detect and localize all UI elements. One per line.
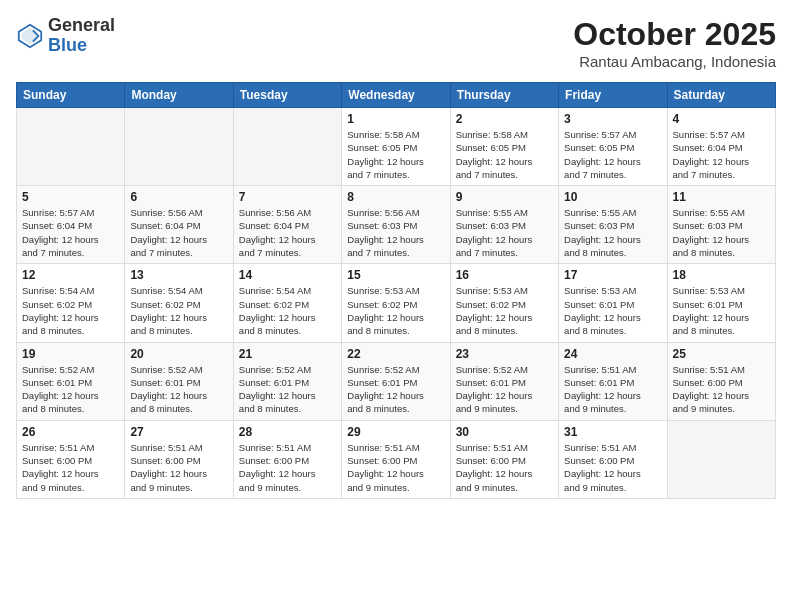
day-header-monday: Monday [125,83,233,108]
calendar-table: SundayMondayTuesdayWednesdayThursdayFrid… [16,82,776,499]
day-number: 30 [456,425,553,439]
day-number: 18 [673,268,770,282]
day-number: 23 [456,347,553,361]
calendar-cell: 11Sunrise: 5:55 AM Sunset: 6:03 PM Dayli… [667,186,775,264]
day-number: 5 [22,190,119,204]
calendar-cell: 22Sunrise: 5:52 AM Sunset: 6:01 PM Dayli… [342,342,450,420]
calendar-cell: 12Sunrise: 5:54 AM Sunset: 6:02 PM Dayli… [17,264,125,342]
day-number: 1 [347,112,444,126]
day-number: 7 [239,190,336,204]
calendar-subtitle: Rantau Ambacang, Indonesia [573,53,776,70]
day-info: Sunrise: 5:52 AM Sunset: 6:01 PM Dayligh… [22,363,119,416]
day-header-thursday: Thursday [450,83,558,108]
calendar-cell: 3Sunrise: 5:57 AM Sunset: 6:05 PM Daylig… [559,108,667,186]
day-info: Sunrise: 5:52 AM Sunset: 6:01 PM Dayligh… [456,363,553,416]
day-info: Sunrise: 5:51 AM Sunset: 6:00 PM Dayligh… [673,363,770,416]
calendar-cell: 14Sunrise: 5:54 AM Sunset: 6:02 PM Dayli… [233,264,341,342]
day-header-friday: Friday [559,83,667,108]
calendar-cell: 28Sunrise: 5:51 AM Sunset: 6:00 PM Dayli… [233,420,341,498]
day-number: 20 [130,347,227,361]
day-number: 3 [564,112,661,126]
day-number: 27 [130,425,227,439]
calendar-cell: 31Sunrise: 5:51 AM Sunset: 6:00 PM Dayli… [559,420,667,498]
calendar-cell: 6Sunrise: 5:56 AM Sunset: 6:04 PM Daylig… [125,186,233,264]
day-header-sunday: Sunday [17,83,125,108]
day-info: Sunrise: 5:51 AM Sunset: 6:01 PM Dayligh… [564,363,661,416]
calendar-cell: 13Sunrise: 5:54 AM Sunset: 6:02 PM Dayli… [125,264,233,342]
calendar-cell: 19Sunrise: 5:52 AM Sunset: 6:01 PM Dayli… [17,342,125,420]
calendar-cell: 23Sunrise: 5:52 AM Sunset: 6:01 PM Dayli… [450,342,558,420]
calendar-week-row: 1Sunrise: 5:58 AM Sunset: 6:05 PM Daylig… [17,108,776,186]
day-number: 29 [347,425,444,439]
day-info: Sunrise: 5:55 AM Sunset: 6:03 PM Dayligh… [456,206,553,259]
day-info: Sunrise: 5:51 AM Sunset: 6:00 PM Dayligh… [239,441,336,494]
day-number: 26 [22,425,119,439]
day-header-wednesday: Wednesday [342,83,450,108]
calendar-cell: 4Sunrise: 5:57 AM Sunset: 6:04 PM Daylig… [667,108,775,186]
logo-blue: Blue [48,35,87,55]
calendar-cell: 27Sunrise: 5:51 AM Sunset: 6:00 PM Dayli… [125,420,233,498]
day-info: Sunrise: 5:53 AM Sunset: 6:01 PM Dayligh… [673,284,770,337]
day-info: Sunrise: 5:52 AM Sunset: 6:01 PM Dayligh… [130,363,227,416]
day-info: Sunrise: 5:57 AM Sunset: 6:05 PM Dayligh… [564,128,661,181]
calendar-week-row: 12Sunrise: 5:54 AM Sunset: 6:02 PM Dayli… [17,264,776,342]
day-number: 16 [456,268,553,282]
day-number: 10 [564,190,661,204]
day-info: Sunrise: 5:55 AM Sunset: 6:03 PM Dayligh… [673,206,770,259]
svg-marker-1 [22,27,39,44]
day-info: Sunrise: 5:51 AM Sunset: 6:00 PM Dayligh… [456,441,553,494]
day-info: Sunrise: 5:58 AM Sunset: 6:05 PM Dayligh… [347,128,444,181]
calendar-cell: 26Sunrise: 5:51 AM Sunset: 6:00 PM Dayli… [17,420,125,498]
day-number: 9 [456,190,553,204]
calendar-cell: 25Sunrise: 5:51 AM Sunset: 6:00 PM Dayli… [667,342,775,420]
day-number: 28 [239,425,336,439]
calendar-cell: 10Sunrise: 5:55 AM Sunset: 6:03 PM Dayli… [559,186,667,264]
calendar-cell: 15Sunrise: 5:53 AM Sunset: 6:02 PM Dayli… [342,264,450,342]
day-header-saturday: Saturday [667,83,775,108]
calendar-cell [17,108,125,186]
calendar-week-row: 5Sunrise: 5:57 AM Sunset: 6:04 PM Daylig… [17,186,776,264]
page-header: General Blue October 2025 Rantau Ambacan… [16,16,776,70]
day-info: Sunrise: 5:58 AM Sunset: 6:05 PM Dayligh… [456,128,553,181]
day-number: 21 [239,347,336,361]
day-info: Sunrise: 5:57 AM Sunset: 6:04 PM Dayligh… [673,128,770,181]
logo-icon [16,22,44,50]
calendar-cell: 8Sunrise: 5:56 AM Sunset: 6:03 PM Daylig… [342,186,450,264]
day-number: 8 [347,190,444,204]
calendar-cell: 18Sunrise: 5:53 AM Sunset: 6:01 PM Dayli… [667,264,775,342]
day-info: Sunrise: 5:56 AM Sunset: 6:04 PM Dayligh… [239,206,336,259]
logo: General Blue [16,16,115,56]
calendar-cell: 20Sunrise: 5:52 AM Sunset: 6:01 PM Dayli… [125,342,233,420]
day-info: Sunrise: 5:54 AM Sunset: 6:02 PM Dayligh… [22,284,119,337]
day-info: Sunrise: 5:56 AM Sunset: 6:03 PM Dayligh… [347,206,444,259]
day-info: Sunrise: 5:53 AM Sunset: 6:02 PM Dayligh… [456,284,553,337]
day-number: 31 [564,425,661,439]
day-info: Sunrise: 5:54 AM Sunset: 6:02 PM Dayligh… [130,284,227,337]
day-number: 13 [130,268,227,282]
day-info: Sunrise: 5:53 AM Sunset: 6:01 PM Dayligh… [564,284,661,337]
logo-text: General Blue [48,16,115,56]
calendar-cell: 7Sunrise: 5:56 AM Sunset: 6:04 PM Daylig… [233,186,341,264]
day-number: 6 [130,190,227,204]
day-number: 2 [456,112,553,126]
calendar-cell: 17Sunrise: 5:53 AM Sunset: 6:01 PM Dayli… [559,264,667,342]
calendar-title: October 2025 [573,16,776,53]
day-info: Sunrise: 5:55 AM Sunset: 6:03 PM Dayligh… [564,206,661,259]
day-number: 22 [347,347,444,361]
title-area: October 2025 Rantau Ambacang, Indonesia [573,16,776,70]
calendar-header-row: SundayMondayTuesdayWednesdayThursdayFrid… [17,83,776,108]
day-info: Sunrise: 5:52 AM Sunset: 6:01 PM Dayligh… [239,363,336,416]
calendar-cell: 2Sunrise: 5:58 AM Sunset: 6:05 PM Daylig… [450,108,558,186]
day-number: 14 [239,268,336,282]
calendar-week-row: 26Sunrise: 5:51 AM Sunset: 6:00 PM Dayli… [17,420,776,498]
calendar-week-row: 19Sunrise: 5:52 AM Sunset: 6:01 PM Dayli… [17,342,776,420]
day-info: Sunrise: 5:54 AM Sunset: 6:02 PM Dayligh… [239,284,336,337]
day-info: Sunrise: 5:51 AM Sunset: 6:00 PM Dayligh… [564,441,661,494]
calendar-cell: 21Sunrise: 5:52 AM Sunset: 6:01 PM Dayli… [233,342,341,420]
day-info: Sunrise: 5:52 AM Sunset: 6:01 PM Dayligh… [347,363,444,416]
calendar-cell: 5Sunrise: 5:57 AM Sunset: 6:04 PM Daylig… [17,186,125,264]
day-number: 4 [673,112,770,126]
calendar-cell: 24Sunrise: 5:51 AM Sunset: 6:01 PM Dayli… [559,342,667,420]
day-number: 25 [673,347,770,361]
calendar-cell [125,108,233,186]
